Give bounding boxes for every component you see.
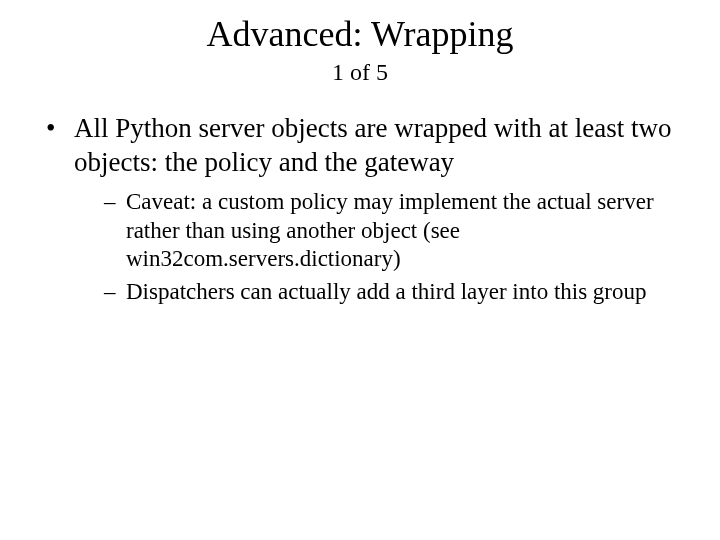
sub-bullet-item: Dispatchers can actually add a third lay… bbox=[104, 278, 680, 307]
slide-body: All Python server objects are wrapped wi… bbox=[40, 112, 680, 307]
slide: Advanced: Wrapping 1 of 5 All Python ser… bbox=[0, 0, 720, 540]
slide-subtitle: 1 of 5 bbox=[40, 59, 680, 86]
sub-bullet-item: Caveat: a custom policy may implement th… bbox=[104, 188, 680, 274]
slide-title: Advanced: Wrapping bbox=[40, 14, 680, 55]
sub-bullet-list: Caveat: a custom policy may implement th… bbox=[74, 188, 680, 307]
bullet-list: All Python server objects are wrapped wi… bbox=[40, 112, 680, 307]
bullet-item: All Python server objects are wrapped wi… bbox=[40, 112, 680, 307]
bullet-text: All Python server objects are wrapped wi… bbox=[74, 113, 672, 177]
